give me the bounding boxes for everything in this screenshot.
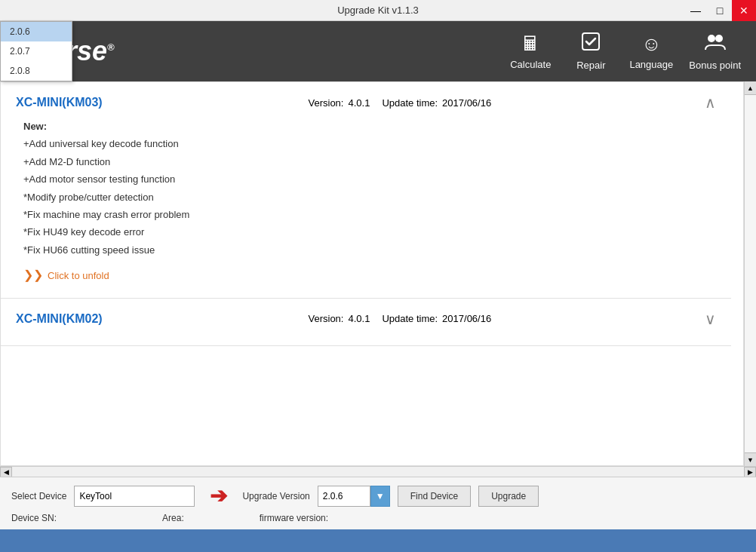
collapse-arrow-km02[interactable]: ∨ [705,310,716,328]
section-new-km03: New: [23,121,47,132]
window-title: Upgrade Kit v1.1.3 [337,5,419,16]
upgrade-version-label: Upgrade Version [242,491,309,501]
toolbar-repair[interactable]: Repair [568,32,613,71]
device-title-km03: XC-MINI(KM03) [16,96,103,109]
bottom-toolbar: Select Device ➔ Upgrade Version ▼ 2.0.6 … [0,477,756,529]
unfold-icon-km03: ❯❯ [23,265,43,287]
maximize-button[interactable]: □ [708,0,732,21]
calculate-icon: 🖩 [521,32,540,56]
title-bar-controls: — □ ✕ [684,0,756,21]
list-inner: XC-MINI(KM03) Version: 4.0.1 Update time… [1,82,731,346]
content-area: XC-MINI(KM03) Version: 4.0.1 Update time… [0,81,756,552]
item-km03-5: *Fix HU49 key decode error [23,223,716,241]
language-label: Language [629,59,673,70]
device-entry-km02: XC-MINI(KM02) Version: 4.0.1 Update time… [1,299,731,346]
item-km03-2: +Add motor sensor testing function [23,170,716,188]
device-meta-km03: Version: 4.0.1 Update time: 2017/06/16 [308,97,491,109]
bottom-row2: Device SN: Area: firmware version: [11,513,745,523]
item-km03-4: *Fix machine may crash error problem [23,206,716,223]
area-label: Area: [162,513,184,523]
select-device-label: Select Device [11,491,66,501]
toolbar-icons: 🖩 Calculate Repair ☺ Language [508,32,741,71]
toolbar-calculate[interactable]: 🖩 Calculate [508,32,553,70]
version-input[interactable] [318,486,370,507]
hscroll-left-btn[interactable]: ◀ [0,467,12,477]
version-dropdown-btn[interactable]: ▼ [370,486,390,507]
scroll-wrapper: XC-MINI(KM03) Version: 4.0.1 Update time… [0,81,756,466]
device-entry-km03: XC-MINI(KM03) Version: 4.0.1 Update time… [1,82,731,299]
update-time-label-km02: Update time: [382,313,438,324]
device-title-km02: XC-MINI(KM02) [16,312,103,326]
update-time-value-km02: 2017/06/16 [442,313,491,324]
svg-point-2 [715,35,723,42]
repair-label: Repair [576,60,605,71]
toolbar-language[interactable]: ☺ Language [628,32,674,70]
device-header-km02: XC-MINI(KM02) Version: 4.0.1 Update time… [16,310,716,328]
firmware-version-label: firmware version: [260,513,328,523]
minimize-button[interactable]: — [684,0,708,21]
toolbar-bonus-point[interactable]: Bonus point [689,32,741,71]
vscroll-track [745,95,756,452]
title-bar: Upgrade Kit v1.1.3 — □ ✕ [0,0,756,21]
calculate-label: Calculate [510,59,551,70]
bonus-point-icon [705,32,726,57]
vscroll-down-btn[interactable]: ▼ [745,452,756,466]
item-km03-0: +Add universal key decode function [23,135,716,152]
hscroll-track [12,467,744,477]
version-label-km02: Version: [308,313,343,324]
svg-rect-0 [582,33,599,50]
logo-registered: ® [107,41,115,53]
update-time-label-km03: Update time: [382,97,438,109]
list-area[interactable]: XC-MINI(KM03) Version: 4.0.1 Update time… [0,81,744,466]
close-button[interactable]: ✕ [732,0,756,21]
item-km03-6: *Fix HU66 cutting speed issue [23,241,716,259]
upgrade-button[interactable]: Upgrade [478,486,539,507]
device-content-km03: New: +Add universal key decode function … [16,118,716,287]
version-value-km03: 4.0.1 [348,97,370,109]
collapse-arrow-km03[interactable]: ∧ [705,94,716,112]
vscroll-up-btn[interactable]: ▲ [745,81,756,95]
device-meta-km02: Version: 4.0.1 Update time: 2017/06/16 [308,313,491,324]
main-window: Xhorse® 🖩 Calculate Repair ☺ [0,21,756,552]
bonus-point-label: Bonus point [689,60,741,71]
red-arrow-icon: ➔ [210,483,227,508]
find-device-button[interactable]: Find Device [398,486,471,507]
version-container: ▼ 2.0.6 2.0.7 2.0.8 [318,486,390,507]
version-label-km03: Version: [308,97,343,109]
bottom-row1: Select Device ➔ Upgrade Version ▼ 2.0.6 … [11,483,745,508]
update-time-value-km03: 2017/06/16 [442,97,491,109]
click-unfold-km03[interactable]: ❯❯ Click to unfold [23,265,716,287]
repair-icon [581,32,601,57]
device-sn-label: Device SN: [11,513,57,523]
version-value-km02: 4.0.1 [348,313,370,324]
unfold-label-km03: Click to unfold [48,267,109,284]
select-device-input[interactable] [74,486,195,507]
vscrollbar: ▲ ▼ [744,81,756,466]
item-km03-1: +Add M2-D function [23,153,716,170]
language-icon: ☺ [641,32,662,56]
svg-point-1 [708,35,715,42]
hscroll-right-btn[interactable]: ▶ [744,467,756,477]
item-km03-3: *Modify probe/cutter detection [23,189,716,206]
header-toolbar: Xhorse® 🖩 Calculate Repair ☺ [0,21,756,81]
device-header-km03: XC-MINI(KM03) Version: 4.0.1 Update time… [16,94,716,112]
hscrollbar: ◀ ▶ [0,466,756,477]
status-bar [0,529,756,552]
